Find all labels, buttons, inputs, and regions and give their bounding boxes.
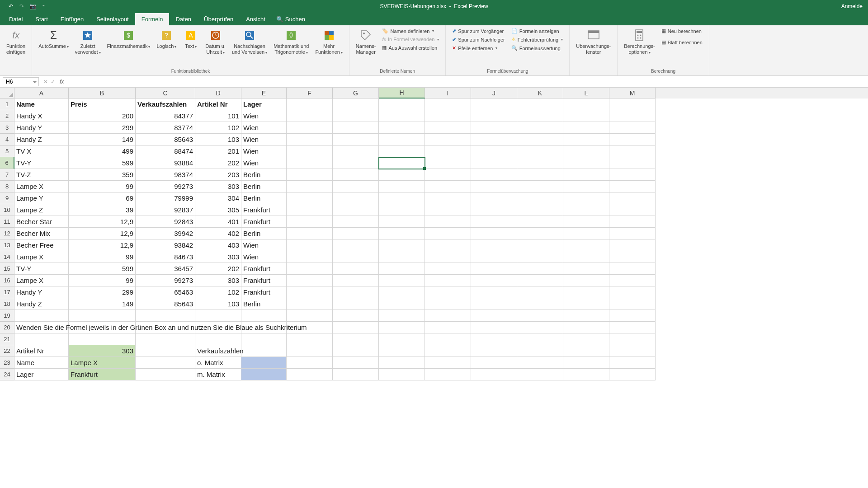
cell[interactable]: 84377 xyxy=(136,110,195,122)
cell[interactable] xyxy=(241,333,287,345)
cell[interactable] xyxy=(333,228,379,239)
cell[interactable] xyxy=(517,286,563,298)
cell[interactable]: Handy Z xyxy=(14,298,69,310)
cell[interactable] xyxy=(517,157,563,169)
tab-seitenlayout[interactable]: Seitenlayout xyxy=(90,13,135,25)
cell[interactable]: 403 xyxy=(195,239,241,251)
cell[interactable] xyxy=(287,239,333,251)
cell[interactable] xyxy=(609,216,656,228)
cell[interactable] xyxy=(333,275,379,286)
cell[interactable] xyxy=(517,333,563,345)
cell[interactable] xyxy=(471,99,517,110)
logical-button[interactable]: ? Logisch▾ xyxy=(155,27,178,50)
cell[interactable]: Becher Mix xyxy=(14,228,69,239)
cell[interactable] xyxy=(425,192,471,204)
cell[interactable] xyxy=(379,228,425,239)
cell[interactable] xyxy=(563,122,609,134)
cell[interactable] xyxy=(333,239,379,251)
cell[interactable] xyxy=(379,145,425,157)
cell[interactable] xyxy=(563,275,609,286)
cell[interactable] xyxy=(333,157,379,169)
cell[interactable] xyxy=(517,357,563,369)
cell[interactable] xyxy=(425,122,471,134)
cell[interactable] xyxy=(333,286,379,298)
cell[interactable] xyxy=(333,181,379,192)
cell[interactable] xyxy=(287,298,333,310)
cell[interactable]: Lampe Y xyxy=(14,192,69,204)
cell[interactable]: Wenden Sie die Formel jeweils in der Grü… xyxy=(14,322,69,333)
cell[interactable] xyxy=(609,251,656,263)
cell[interactable] xyxy=(287,216,333,228)
cell[interactable]: 39 xyxy=(69,204,136,216)
cell[interactable]: 303 xyxy=(195,251,241,263)
cell[interactable] xyxy=(425,169,471,181)
cell[interactable]: 102 xyxy=(195,286,241,298)
cell[interactable] xyxy=(425,239,471,251)
cell[interactable] xyxy=(379,239,425,251)
cell[interactable] xyxy=(241,310,287,322)
cell[interactable]: 599 xyxy=(69,157,136,169)
cell[interactable]: 201 xyxy=(195,145,241,157)
remove-arrows-button[interactable]: ✕Pfeile entfernen▾ xyxy=(450,44,506,52)
cell[interactable] xyxy=(425,216,471,228)
cell[interactable] xyxy=(517,239,563,251)
cell[interactable] xyxy=(287,181,333,192)
cell[interactable] xyxy=(563,216,609,228)
row-header[interactable]: 4 xyxy=(0,134,14,145)
cell[interactable] xyxy=(563,181,609,192)
cell[interactable]: 99 xyxy=(69,275,136,286)
cell[interactable] xyxy=(563,239,609,251)
cell[interactable]: Artikel Nr xyxy=(195,99,241,110)
cell[interactable] xyxy=(333,322,379,333)
tab-ueberpruefen[interactable]: Überprüfen xyxy=(198,13,240,25)
cell[interactable] xyxy=(471,286,517,298)
cell[interactable]: 85643 xyxy=(136,134,195,145)
cell[interactable] xyxy=(425,286,471,298)
cell[interactable] xyxy=(471,322,517,333)
col-header-H[interactable]: H xyxy=(379,88,425,99)
cell[interactable] xyxy=(379,275,425,286)
cell[interactable] xyxy=(333,145,379,157)
cell[interactable] xyxy=(379,204,425,216)
cell[interactable] xyxy=(425,298,471,310)
cell[interactable] xyxy=(195,333,241,345)
cell[interactable] xyxy=(609,333,656,345)
cell[interactable] xyxy=(379,122,425,134)
cell[interactable] xyxy=(425,204,471,216)
cell[interactable] xyxy=(14,310,69,322)
cell[interactable]: 149 xyxy=(69,134,136,145)
row-header[interactable]: 16 xyxy=(0,275,14,286)
cell[interactable]: Lampe Z xyxy=(14,204,69,216)
cell[interactable] xyxy=(609,134,656,145)
cell[interactable] xyxy=(287,145,333,157)
cell[interactable] xyxy=(379,192,425,204)
cell[interactable]: Lampe X xyxy=(14,181,69,192)
cell[interactable] xyxy=(563,263,609,275)
cell[interactable] xyxy=(379,134,425,145)
cell[interactable] xyxy=(471,251,517,263)
cell[interactable] xyxy=(471,357,517,369)
cell[interactable]: Frankfurt xyxy=(241,216,287,228)
cell[interactable]: 39942 xyxy=(136,228,195,239)
row-header[interactable]: 14 xyxy=(0,251,14,263)
cell[interactable] xyxy=(563,333,609,345)
cell[interactable] xyxy=(379,157,425,169)
cell[interactable] xyxy=(425,110,471,122)
cell[interactable] xyxy=(517,298,563,310)
cell[interactable] xyxy=(517,192,563,204)
cell[interactable]: 12,9 xyxy=(69,216,136,228)
trace-precedents-button[interactable]: ⬈Spur zum Vorgänger xyxy=(450,27,506,35)
cell[interactable] xyxy=(609,286,656,298)
cell[interactable] xyxy=(609,345,656,357)
cell[interactable] xyxy=(287,134,333,145)
cell[interactable]: 12,9 xyxy=(69,228,136,239)
cell[interactable] xyxy=(425,145,471,157)
cell[interactable] xyxy=(471,369,517,380)
row-header[interactable]: 8 xyxy=(0,181,14,192)
cell[interactable] xyxy=(136,357,195,369)
cell[interactable] xyxy=(287,99,333,110)
cell[interactable]: 92837 xyxy=(136,204,195,216)
cell[interactable] xyxy=(136,310,195,322)
cell[interactable] xyxy=(471,192,517,204)
cell[interactable]: 83774 xyxy=(136,122,195,134)
